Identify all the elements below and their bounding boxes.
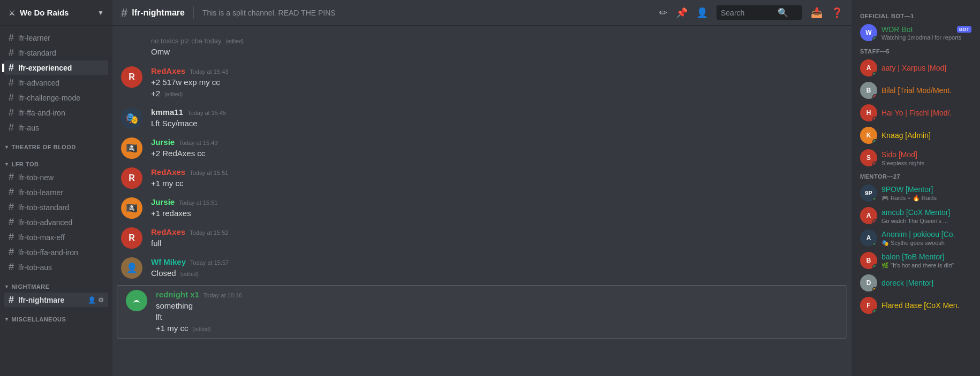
member-item-balon[interactable]: B balon [ToB Mentor] 🌿 "It's hot and the… — [856, 250, 976, 271]
category-theatre-of-blood[interactable]: ▼ THEATRE OF BLOOD — [0, 135, 112, 152]
hash-icon: # — [9, 294, 14, 305]
hash-icon: # — [9, 262, 14, 273]
sidebar-item-lfr-tob-new[interactable]: # lfr-tob-new — [4, 170, 108, 185]
member-item-9pow[interactable]: 9P 9POW [Mentor] 🎮 Raids = 🔥 Raids — [856, 182, 976, 204]
collapse-icon: ▼ — [4, 317, 9, 322]
sidebar-item-lfr-nightmare[interactable]: # lfr-nightmare 👤 ⚙ — [4, 293, 108, 307]
message-header: RedAxes Today at 15:52 — [151, 227, 843, 236]
sidebar-item-lfr-experienced[interactable]: # lfr-experienced — [4, 60, 108, 75]
avatar-letter: K — [866, 132, 871, 139]
category-label: THEATRE OF BLOOD — [11, 144, 76, 150]
search-box[interactable]: 🔍 — [717, 5, 802, 20]
help-icon[interactable]: ❓ — [831, 7, 843, 19]
sidebar-item-lfr-aus[interactable]: # lfr-aus — [4, 120, 108, 135]
settings-icon[interactable]: ⚙ — [98, 296, 104, 304]
channel-label: lfr-tob-standard — [18, 203, 69, 212]
avatar: R — [121, 66, 142, 88]
pencil-icon[interactable]: ✏ — [659, 7, 667, 19]
avatar — [126, 290, 147, 311]
member-item-doreck[interactable]: D doreck [Mentor] — [856, 272, 976, 294]
sidebar-item-lfr-tob-max-eff[interactable]: # lfr-tob-max-eff — [4, 230, 108, 244]
member-item-sido[interactable]: S Sido [Mod] Sleepless nights — [856, 147, 976, 168]
message-text: no toxics plz cba today (edited) — [151, 36, 843, 46]
hash-icon: # — [9, 172, 14, 183]
member-section-staff: STAFF—5 — [851, 44, 980, 57]
sidebar-item-lfr-tob-aus[interactable]: # lfr-tob-aus — [4, 260, 108, 274]
member-name: doreck [Mentor] — [881, 279, 933, 287]
member-sub: 🎭 Scythe goes swoosh — [881, 240, 971, 247]
sidebar-item-lfr-tob-learner[interactable]: # lfr-tob-learner — [4, 185, 108, 199]
sidebar-item-lfr-advanced[interactable]: # lfr-advanced — [4, 75, 108, 90]
member-avatar: A — [860, 229, 877, 247]
member-avatar: K — [860, 127, 877, 144]
channel-list: # lfr-learner # lfr-standard # lfr-exper… — [0, 26, 112, 376]
channel-label: lfr-standard — [18, 49, 56, 57]
member-item-wdr-bot[interactable]: W WDR Bot BOT Watching 1modmail for repo… — [856, 22, 976, 43]
message-text: +1 my cc (edited) — [156, 323, 838, 334]
message-text: Closed (edited) — [151, 267, 843, 279]
channel-header: # lfr-nightmare This is a split channel.… — [112, 0, 851, 26]
sidebar-item-lfr-tob-advanced[interactable]: # lfr-tob-advanced — [4, 215, 108, 229]
message-timestamp: Today at 15:57 — [190, 259, 229, 266]
member-name: Sido [Mod] — [881, 150, 917, 159]
category-label: LFR TOB — [11, 161, 39, 167]
member-avatar: S — [860, 149, 877, 166]
channel-label: lfr-experienced — [18, 64, 72, 72]
member-info: Knaag [Admin] — [881, 131, 971, 140]
status-indicator — [872, 242, 877, 247]
message-header: Wf Mikey Today at 15:57 — [151, 257, 843, 266]
message-group: R RedAxes Today at 15:52 full — [112, 225, 851, 251]
status-indicator — [872, 197, 877, 202]
channel-label: lfr-tob-ffa-and-iron — [18, 248, 78, 257]
sidebar-item-lfr-tob-ffa-and-iron[interactable]: # lfr-tob-ffa-and-iron — [4, 245, 108, 259]
member-item-bilal[interactable]: B Bilal [Trial Mod/Ment. — [856, 80, 976, 101]
member-item-amcub[interactable]: A amcub [CoX Mentor] Go watch The Queen'… — [856, 205, 976, 226]
category-nightmare[interactable]: ▼ NIGHTMARE — [0, 275, 112, 292]
member-info: WDR Bot BOT Watching 1modmail for report… — [881, 25, 971, 41]
server-header[interactable]: ⚔ We Do Raids ▼ — [0, 0, 112, 26]
collapse-icon: ▼ — [4, 144, 9, 150]
member-item-aaty[interactable]: A aaty | Xarpus [Mod] — [856, 57, 976, 79]
hash-icon: # — [9, 77, 14, 88]
hash-icon: # — [9, 107, 14, 118]
edited-label: (edited) — [193, 326, 211, 332]
avatar-letter: F — [866, 302, 870, 309]
message-content: rednight x1 Today at 16:16 something lft… — [156, 290, 838, 334]
member-info: Bilal [Trial Mod/Ment. — [881, 86, 971, 95]
member-name: amcub [CoX Mentor] — [881, 208, 950, 217]
hash-icon: # — [9, 202, 14, 213]
message-text: +2 RedAxes cc — [151, 148, 843, 159]
member-item-knaag[interactable]: K Knaag [Admin] — [856, 125, 976, 146]
member-info: amcub [CoX Mentor] Go watch The Queen's … — [881, 208, 971, 224]
message-timestamp: Today at 15:52 — [190, 229, 228, 236]
member-name: Knaag [Admin] — [881, 131, 931, 140]
category-lfr-tob[interactable]: ▼ LFR TOB — [0, 152, 112, 170]
sidebar-item-lfr-learner[interactable]: # lfr-learner — [4, 30, 108, 45]
inbox-icon[interactable]: 📥 — [811, 7, 823, 19]
search-input[interactable] — [721, 9, 774, 17]
avatar: R — [121, 227, 142, 249]
header-topic: This is a split channel. READ THE PINS — [202, 9, 336, 17]
member-item-haiyo[interactable]: H Hai Yo | Fischl [Mod/. — [856, 102, 976, 124]
category-miscellaneous[interactable]: ▼ MISCELLANEOUS — [0, 308, 112, 325]
member-info: Hai Yo | Fischl [Mod/. — [881, 108, 971, 118]
members-icon[interactable]: 👤 — [696, 7, 708, 19]
channel-label: lfr-tob-learner — [18, 188, 63, 197]
bot-badge: BOT — [957, 26, 971, 33]
message-content: Wf Mikey Today at 15:57 Closed (edited) — [151, 257, 843, 279]
sidebar-item-lfr-standard[interactable]: # lfr-standard — [4, 45, 108, 60]
sidebar-item-lfr-challenge-mode[interactable]: # lfr-challenge-mode — [4, 90, 108, 105]
hash-icon: # — [9, 62, 14, 73]
member-info: aaty | Xarpus [Mod] — [881, 63, 971, 73]
member-item-flared-base[interactable]: F Flared Base [CoX Men. — [856, 295, 976, 316]
add-member-icon[interactable]: 👤 — [88, 296, 96, 304]
sidebar-item-lfr-tob-standard[interactable]: # lfr-tob-standard — [4, 200, 108, 214]
member-info: doreck [Mentor] — [881, 278, 971, 288]
pin-icon[interactable]: 📌 — [676, 7, 688, 19]
message-group: 🏴‍☠️ Jursie Today at 15:51 +1 redaxes — [112, 195, 851, 221]
message-author: RedAxes — [151, 167, 185, 177]
hash-icon: # — [9, 247, 14, 258]
message-group: 🎭 kmma11 Today at 15:45 Lft Scy/mace — [112, 105, 851, 131]
member-item-anonim[interactable]: A Anonim | pokioou [Co. 🎭 Scythe goes sw… — [856, 227, 976, 249]
sidebar-item-lfr-ffa-and-iron[interactable]: # lfr-ffa-and-iron — [4, 105, 108, 120]
